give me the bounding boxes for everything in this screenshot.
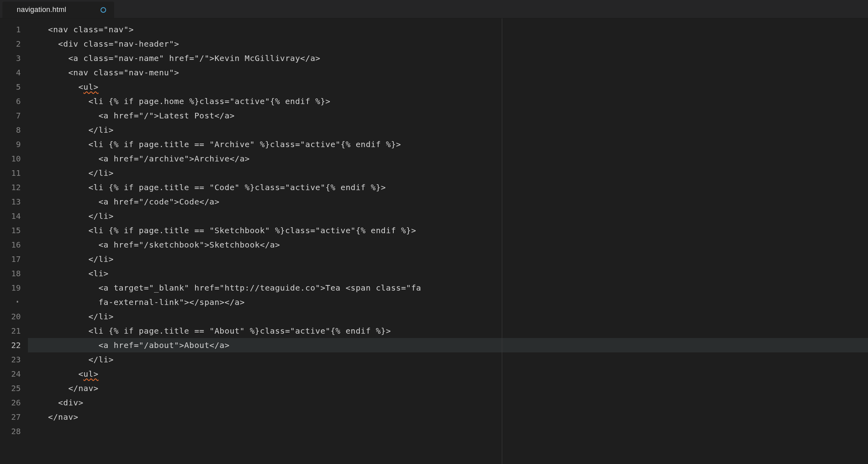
line-number: 12 [0,180,21,195]
code-line[interactable]: </li> [28,309,868,324]
line-number: 19 [0,281,21,295]
code-line[interactable]: <a target="_blank" href="http://teaguide… [28,281,868,295]
line-number: 5 [0,80,21,94]
code-line[interactable]: <li {% if page.home %}class="active"{% e… [28,94,868,108]
code-line[interactable] [28,424,868,438]
line-number: 6 [0,94,21,108]
code-line[interactable]: </li> [28,352,868,367]
line-number: 20 [0,309,21,324]
line-number: 22 [0,338,21,352]
line-number: 2 [0,37,21,51]
line-number: 10 [0,151,21,166]
code-line[interactable]: <a href="/archive">Archive</a> [28,151,868,166]
code-line[interactable]: <li> [28,266,868,281]
line-number: 25 [0,381,21,395]
code-line[interactable]: </nav> [28,410,868,424]
code-line[interactable]: <a href="/code">Code</a> [28,195,868,209]
code-line[interactable]: <ul> [28,367,868,381]
line-number: 7 [0,108,21,123]
code-line[interactable]: <li {% if page.title == "Archive" %}clas… [28,137,868,151]
code-line[interactable]: </li> [28,123,868,137]
line-number: 15 [0,223,21,238]
code-line[interactable]: <nav class="nav"> [28,22,868,37]
line-number: 4 [0,65,21,80]
code-line[interactable]: </li> [28,209,868,223]
line-number: 1 [0,22,21,37]
code-line[interactable]: <li {% if page.title == "Code" %}class="… [28,180,868,195]
code-content[interactable]: <nav class="nav"> <div class="nav-header… [28,18,868,464]
tab-navigation-html[interactable]: navigation.html [2,2,114,18]
line-number: · [0,295,21,309]
editor-area[interactable]: 12345678910111213141516171819·2021222324… [0,18,868,464]
code-line[interactable]: fa-external-link"></span></a> [28,295,868,309]
code-line[interactable]: <a href="/">Latest Post</a> [28,108,868,123]
line-number: 13 [0,195,21,209]
line-number: 18 [0,266,21,281]
line-number: 27 [0,410,21,424]
line-number: 9 [0,137,21,151]
code-line[interactable]: <a class="nav-name" href="/">Kevin McGil… [28,51,868,65]
lint-squiggle: ul> [83,82,99,92]
dirty-indicator-icon[interactable] [101,7,106,13]
line-number: 17 [0,252,21,266]
code-line[interactable]: <li {% if page.title == "Sketchbook" %}c… [28,223,868,238]
code-line[interactable]: <nav class="nav-menu"> [28,65,868,80]
code-line[interactable]: <a href="/about">About</a> [28,338,868,352]
code-line[interactable]: <li {% if page.title == "About" %}class=… [28,324,868,338]
code-line[interactable]: <ul> [28,80,868,94]
line-number: 8 [0,123,21,137]
lint-squiggle: ul> [83,369,99,379]
line-number: 16 [0,238,21,252]
line-number: 11 [0,166,21,180]
line-number: 23 [0,352,21,367]
line-number: 26 [0,395,21,410]
code-line[interactable]: </li> [28,166,868,180]
code-line[interactable]: </li> [28,252,868,266]
editor-window: navigation.html 123456789101112131415161… [0,0,868,464]
tab-filename: navigation.html [17,6,66,14]
line-number: 24 [0,367,21,381]
code-line[interactable]: <div> [28,395,868,410]
line-number: 3 [0,51,21,65]
line-number: 28 [0,424,21,438]
line-number: 21 [0,324,21,338]
code-line[interactable]: </nav> [28,381,868,395]
tab-bar: navigation.html [0,0,868,18]
wrap-ruler [502,18,502,464]
code-line[interactable]: <div class="nav-header"> [28,37,868,51]
line-number-gutter: 12345678910111213141516171819·2021222324… [0,18,28,464]
line-number: 14 [0,209,21,223]
code-line[interactable]: <a href="/sketchbook">Sketchbook</a> [28,238,868,252]
